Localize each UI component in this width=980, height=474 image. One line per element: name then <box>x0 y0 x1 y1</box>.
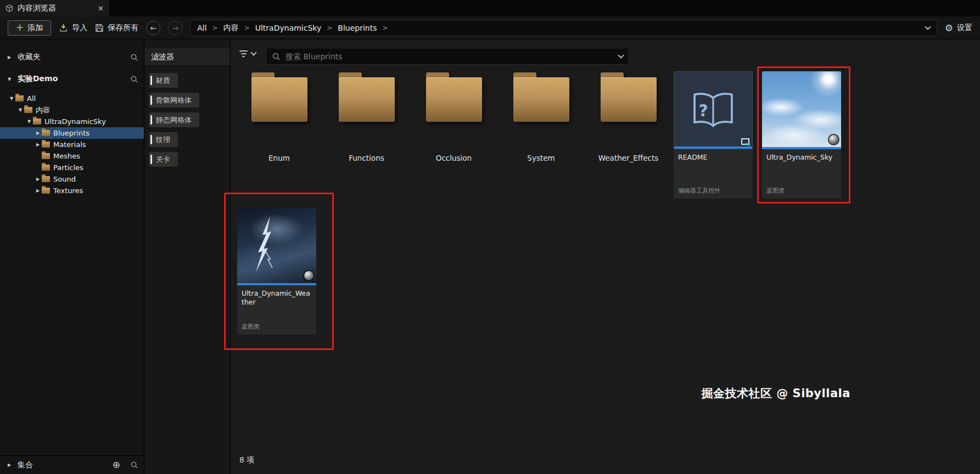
breadcrumb-separator-icon: > <box>212 24 218 32</box>
back-button[interactable]: ← <box>146 21 160 35</box>
collections-bar[interactable]: ▶ 集合 ⊕ <box>0 455 144 474</box>
folder-icon <box>15 95 24 101</box>
content-browser-tab[interactable]: 内容浏览器 ✕ <box>0 0 110 16</box>
folder-icon <box>426 72 482 122</box>
sidebar: ▶ 收藏夹 ▼ 实验Demo ▼ All ▼ 内容 ▼ UltraDynamic… <box>0 40 144 474</box>
close-icon[interactable]: ✕ <box>98 4 104 13</box>
expander-icon[interactable]: ▼ <box>8 96 15 101</box>
breadcrumb-item-content[interactable]: 内容 <box>223 23 239 33</box>
search-icon[interactable] <box>130 53 138 61</box>
filters-title: 滤波器 <box>144 48 230 66</box>
blueprint-sphere-icon <box>829 135 838 144</box>
folder-icon <box>33 119 41 125</box>
back-arrow-icon: ← <box>150 24 156 32</box>
forward-button[interactable]: → <box>168 21 182 35</box>
filters-panel: 滤波器 材质 骨骼网格体 静态网格体 纹理 关卡 <box>144 40 231 474</box>
tree-item-label: Textures <box>53 187 83 195</box>
save-all-button[interactable]: 保存所有 <box>95 23 138 33</box>
favorites-header[interactable]: ▶ 收藏夹 <box>0 48 144 66</box>
expander-icon[interactable]: ▶ <box>5 462 13 467</box>
tree-item-label: Materials <box>53 140 86 149</box>
folder-occlusion[interactable]: Occlusion <box>414 71 494 198</box>
folder-icon <box>42 153 50 159</box>
expander-icon[interactable]: ▶ <box>34 142 42 147</box>
tree-item-label: Meshes <box>53 152 80 160</box>
search-icon <box>272 52 281 61</box>
folder-weather-effects[interactable]: Weather_Effects <box>589 71 668 198</box>
filter-pill-texture[interactable]: 纹理 <box>149 132 178 147</box>
sky-thumbnail <box>762 71 841 149</box>
folder-label: Functions <box>327 154 406 162</box>
asset-name: README <box>678 153 748 162</box>
folder-icon <box>251 72 307 122</box>
search-icon[interactable] <box>130 75 138 83</box>
tree-item-meshes[interactable]: Meshes <box>0 150 144 162</box>
expander-icon[interactable]: ▶ <box>34 131 42 136</box>
breadcrumb: All > 内容 > UltraDynamicSky > Blueprints … <box>190 20 937 36</box>
window-tab-bar: 内容浏览器 ✕ <box>0 0 980 16</box>
asset-name: Ultra_Dynamic_Sky <box>766 153 837 162</box>
tree-item-materials[interactable]: ▶ Materials <box>0 139 144 150</box>
folder-system[interactable]: System <box>501 71 581 198</box>
filter-pill-static-mesh[interactable]: 静态网格体 <box>149 112 199 127</box>
asset-readme[interactable]: ? README 编辑器工具控件 <box>674 71 753 199</box>
folder-label: Occlusion <box>414 154 494 162</box>
breadcrumb-item-ultradynamicsky[interactable]: UltraDynamicSky <box>255 24 321 32</box>
readme-thumbnail: ? <box>674 71 753 149</box>
folder-icon <box>24 107 32 113</box>
weather-thumbnail <box>237 207 316 285</box>
expander-icon[interactable]: ▼ <box>25 119 33 124</box>
filter-pill-material[interactable]: 材质 <box>149 73 178 88</box>
chevron-down-icon[interactable] <box>618 52 624 58</box>
settings-button[interactable]: ⚙ 设置 <box>945 22 972 33</box>
expander-icon[interactable]: ▶ <box>5 55 13 60</box>
folder-functions[interactable]: Functions <box>327 71 406 198</box>
tree-item-content[interactable]: ▼ 内容 <box>0 104 144 116</box>
add-button-label: 添加 <box>27 23 43 33</box>
tree-item-sound[interactable]: ▶ Sound <box>0 173 144 185</box>
asset-ultra-dynamic-weather[interactable]: Ultra_Dynamic_Weather 蓝图类 <box>237 207 316 335</box>
chevron-down-icon[interactable] <box>925 24 931 30</box>
content-browser-icon <box>5 4 13 12</box>
folder-icon <box>42 165 50 171</box>
add-collection-icon[interactable]: ⊕ <box>113 460 120 470</box>
expander-icon[interactable]: ▶ <box>34 188 42 193</box>
breadcrumb-item-all[interactable]: All <box>197 24 206 32</box>
expander-icon[interactable]: ▼ <box>16 108 24 112</box>
save-all-button-label: 保存所有 <box>108 23 138 33</box>
search-box <box>266 48 629 65</box>
search-input[interactable] <box>285 52 614 61</box>
expander-icon[interactable]: ▼ <box>5 77 13 82</box>
tree-item-all[interactable]: ▼ All <box>0 93 144 104</box>
folder-enum[interactable]: Enum <box>239 71 319 198</box>
source-header[interactable]: ▼ 实验Demo <box>0 70 144 88</box>
item-count: 8 项 <box>239 455 254 465</box>
tree-item-textures[interactable]: ▶ Textures <box>0 185 144 196</box>
asset-label-area: Ultra_Dynamic_Sky 蓝图类 <box>762 149 841 199</box>
open-book-icon: ? <box>690 91 737 129</box>
breadcrumb-separator-icon: > <box>327 24 332 32</box>
import-button[interactable]: 导入 <box>59 23 87 33</box>
filter-pill-skeletal-mesh[interactable]: 骨骼网格体 <box>149 93 199 108</box>
asset-type: 编辑器工具控件 <box>678 187 720 195</box>
settings-label: 设置 <box>957 23 972 33</box>
filter-pill-level[interactable]: 关卡 <box>149 152 178 167</box>
tree-item-blueprints[interactable]: ▶ Blueprints <box>0 127 144 139</box>
source-label: 实验Demo <box>18 74 58 84</box>
tree-item-particles[interactable]: Particles <box>0 162 144 173</box>
forward-arrow-icon: → <box>172 24 178 32</box>
add-button[interactable]: + 添加 <box>8 20 51 36</box>
folder-icon <box>42 130 50 136</box>
import-icon <box>59 23 68 32</box>
search-icon[interactable] <box>130 461 138 469</box>
expander-icon[interactable]: ▶ <box>34 177 42 182</box>
plus-icon: + <box>16 23 24 32</box>
tree-item-ultradynamicsky[interactable]: ▼ UltraDynamicSky <box>0 116 144 127</box>
filter-pill-list: 材质 骨骼网格体 静态网格体 纹理 关卡 <box>144 66 230 173</box>
tree-item-label: All <box>27 94 36 103</box>
filter-dropdown-button[interactable] <box>239 50 256 57</box>
folder-icon <box>601 72 657 122</box>
asset-ultra-dynamic-sky[interactable]: Ultra_Dynamic_Sky 蓝图类 <box>762 71 841 199</box>
collections-label: 集合 <box>18 460 33 470</box>
breadcrumb-item-blueprints[interactable]: Blueprints <box>338 24 377 32</box>
